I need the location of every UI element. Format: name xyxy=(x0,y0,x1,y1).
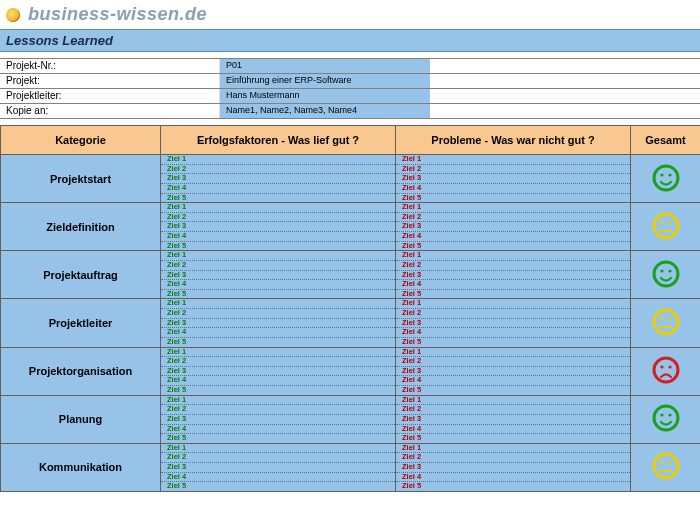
gesamt-cell xyxy=(631,299,701,347)
goal-line: Ziel 2 xyxy=(161,309,395,319)
goal-line: Ziel 2 xyxy=(396,165,630,175)
goal-line: Ziel 2 xyxy=(161,213,395,223)
goal-line: Ziel 4 xyxy=(161,280,395,290)
goal-line: Ziel 1 xyxy=(161,299,395,309)
goal-line: Ziel 4 xyxy=(396,328,630,338)
goal-line: Ziel 5 xyxy=(161,194,395,203)
col-erfolg: Erfolgsfaktoren - Was lief gut ? xyxy=(161,126,396,155)
goal-line: Ziel 5 xyxy=(396,338,630,347)
goal-line: Ziel 4 xyxy=(161,328,395,338)
lessons-table: Kategorie Erfolgsfaktoren - Was lief gut… xyxy=(0,125,700,492)
goal-line: Ziel 2 xyxy=(161,261,395,271)
meta-row: Kopie an:Name1, Name2, Name3, Name4 xyxy=(0,104,700,119)
erfolg-cell: Ziel 1Ziel 2Ziel 3Ziel 4Ziel 5 xyxy=(161,395,396,443)
table-row: ProjektorganisationZiel 1Ziel 2Ziel 3Zie… xyxy=(1,347,701,395)
svg-point-8 xyxy=(668,269,671,272)
kategorie-cell: Planung xyxy=(1,395,161,443)
goal-line: Ziel 2 xyxy=(161,405,395,415)
goal-line: Ziel 3 xyxy=(396,367,630,377)
goal-line: Ziel 5 xyxy=(396,482,630,491)
probleme-cell: Ziel 1Ziel 2Ziel 3Ziel 4Ziel 5 xyxy=(396,299,631,347)
table-row: ProjektleiterZiel 1Ziel 2Ziel 3Ziel 4Zie… xyxy=(1,299,701,347)
goal-line: Ziel 4 xyxy=(396,376,630,386)
goal-line: Ziel 1 xyxy=(161,155,395,165)
gesamt-cell xyxy=(631,203,701,251)
goal-line: Ziel 3 xyxy=(396,463,630,473)
goal-line: Ziel 4 xyxy=(161,232,395,242)
goal-line: Ziel 5 xyxy=(161,290,395,299)
goal-line: Ziel 2 xyxy=(161,357,395,367)
goal-line: Ziel 4 xyxy=(396,425,630,435)
col-gesamt: Gesamt xyxy=(631,126,701,155)
neutral-yellow-face-icon xyxy=(652,327,680,338)
svg-point-12 xyxy=(654,358,678,382)
goal-line: Ziel 5 xyxy=(161,338,395,347)
goal-line: Ziel 5 xyxy=(396,242,630,251)
table-row: PlanungZiel 1Ziel 2Ziel 3Ziel 4Ziel 5Zie… xyxy=(1,395,701,443)
goal-line: Ziel 4 xyxy=(396,280,630,290)
goal-line: Ziel 3 xyxy=(161,222,395,232)
svg-point-17 xyxy=(668,414,671,417)
goal-line: Ziel 4 xyxy=(396,473,630,483)
probleme-cell: Ziel 1Ziel 2Ziel 3Ziel 4Ziel 5 xyxy=(396,203,631,251)
svg-point-1 xyxy=(660,173,663,176)
svg-point-20 xyxy=(668,462,671,465)
meta-block: Projekt-Nr.:P01Projekt:Einführung einer … xyxy=(0,58,700,119)
goal-line: Ziel 4 xyxy=(161,184,395,194)
goal-line: Ziel 1 xyxy=(396,299,630,309)
goal-line: Ziel 4 xyxy=(161,473,395,483)
svg-point-11 xyxy=(668,317,671,320)
goal-line: Ziel 1 xyxy=(161,203,395,213)
kategorie-cell: Kommunikation xyxy=(1,443,161,491)
goal-line: Ziel 3 xyxy=(396,271,630,281)
goal-line: Ziel 2 xyxy=(396,261,630,271)
goal-line: Ziel 1 xyxy=(161,251,395,261)
svg-point-18 xyxy=(654,454,678,478)
meta-label: Projekt: xyxy=(0,74,220,88)
kategorie-cell: Projektstart xyxy=(1,155,161,203)
gesamt-cell xyxy=(631,155,701,203)
sad-red-face-icon xyxy=(652,375,680,386)
goal-line: Ziel 3 xyxy=(161,271,395,281)
happy-green-face-icon xyxy=(652,423,680,434)
goal-line: Ziel 3 xyxy=(161,415,395,425)
meta-value: Hans Mustermann xyxy=(220,89,430,103)
gesamt-cell xyxy=(631,443,701,491)
erfolg-cell: Ziel 1Ziel 2Ziel 3Ziel 4Ziel 5 xyxy=(161,203,396,251)
site-title: business-wissen.de xyxy=(28,4,207,25)
kategorie-cell: Projektauftrag xyxy=(1,251,161,299)
goal-line: Ziel 1 xyxy=(161,348,395,358)
goal-line: Ziel 3 xyxy=(161,463,395,473)
meta-value: Einführung einer ERP-Software xyxy=(220,74,430,88)
goal-line: Ziel 4 xyxy=(396,232,630,242)
gesamt-cell xyxy=(631,251,701,299)
goal-line: Ziel 3 xyxy=(161,174,395,184)
goal-line: Ziel 3 xyxy=(396,174,630,184)
goal-line: Ziel 1 xyxy=(396,155,630,165)
goal-line: Ziel 4 xyxy=(396,184,630,194)
meta-row: Projekt-Nr.:P01 xyxy=(0,59,700,74)
goal-line: Ziel 5 xyxy=(396,194,630,203)
meta-value: Name1, Name2, Name3, Name4 xyxy=(220,104,430,118)
svg-point-15 xyxy=(654,406,678,430)
goal-line: Ziel 4 xyxy=(161,376,395,386)
svg-point-9 xyxy=(654,310,678,334)
table-row: KommunikationZiel 1Ziel 2Ziel 3Ziel 4Zie… xyxy=(1,443,701,491)
goal-line: Ziel 4 xyxy=(161,425,395,435)
goal-line: Ziel 1 xyxy=(396,444,630,454)
probleme-cell: Ziel 1Ziel 2Ziel 3Ziel 4Ziel 5 xyxy=(396,251,631,299)
erfolg-cell: Ziel 1Ziel 2Ziel 3Ziel 4Ziel 5 xyxy=(161,155,396,203)
svg-point-4 xyxy=(660,221,663,224)
goal-line: Ziel 1 xyxy=(161,444,395,454)
col-kategorie: Kategorie xyxy=(1,126,161,155)
svg-point-6 xyxy=(654,262,678,286)
probleme-cell: Ziel 1Ziel 2Ziel 3Ziel 4Ziel 5 xyxy=(396,443,631,491)
neutral-yellow-face-icon xyxy=(652,231,680,242)
goal-line: Ziel 5 xyxy=(161,242,395,251)
svg-point-0 xyxy=(654,166,678,190)
goal-line: Ziel 2 xyxy=(161,165,395,175)
col-probleme: Probleme - Was war nicht gut ? xyxy=(396,126,631,155)
page-title: Lessons Learned xyxy=(0,29,700,52)
erfolg-cell: Ziel 1Ziel 2Ziel 3Ziel 4Ziel 5 xyxy=(161,347,396,395)
goal-line: Ziel 3 xyxy=(161,319,395,329)
